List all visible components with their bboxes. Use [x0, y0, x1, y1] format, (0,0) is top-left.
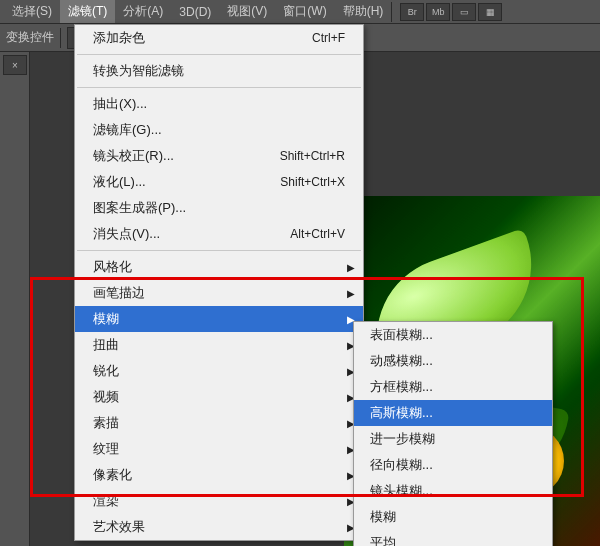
screen-mode-icon[interactable]: ▭	[452, 3, 476, 21]
menu-item[interactable]: 扭曲▶	[75, 332, 363, 358]
menu-item-label: 锐化	[93, 362, 119, 380]
submenu-item[interactable]: 平均	[354, 530, 552, 546]
menu-item-label: 视频	[93, 388, 119, 406]
menu-item-label: 图案生成器(P)...	[93, 199, 186, 217]
menu-item-label: 画笔描边	[93, 284, 145, 302]
submenu-item[interactable]: 方框模糊...	[354, 374, 552, 400]
menu-item-label: 液化(L)...	[93, 173, 146, 191]
side-panel: ×	[0, 52, 30, 546]
menu-item[interactable]: 风格化▶	[75, 254, 363, 280]
submenu-item[interactable]: 表面模糊...	[354, 322, 552, 348]
submenu-item-label: 镜头模糊...	[370, 482, 433, 500]
menu-3d[interactable]: 3D(D)	[171, 2, 219, 22]
menu-item[interactable]: 转换为智能滤镜	[75, 58, 363, 84]
submenu-item-label: 表面模糊...	[370, 326, 433, 344]
submenu-item[interactable]: 镜头模糊...	[354, 478, 552, 504]
bridge-icon[interactable]: Br	[400, 3, 424, 21]
menu-item-label: 抽出(X)...	[93, 95, 147, 113]
menu-item[interactable]: 滤镜库(G)...	[75, 117, 363, 143]
menu-help[interactable]: 帮助(H)	[335, 0, 392, 23]
menu-analysis[interactable]: 分析(A)	[115, 0, 171, 23]
menu-item[interactable]: 锐化▶	[75, 358, 363, 384]
menu-item[interactable]: 添加杂色Ctrl+F	[75, 25, 363, 51]
menubar-icon-group: Br Mb ▭ ▦	[400, 3, 502, 21]
menu-item[interactable]: 图案生成器(P)...	[75, 195, 363, 221]
submenu-item-label: 径向模糊...	[370, 456, 433, 474]
menu-item-label: 滤镜库(G)...	[93, 121, 162, 139]
submenu-item-label: 动感模糊...	[370, 352, 433, 370]
menu-item-label: 像素化	[93, 466, 132, 484]
menu-item[interactable]: 素描▶	[75, 410, 363, 436]
menu-item-label: 消失点(V)...	[93, 225, 160, 243]
submenu-arrow-icon: ▶	[347, 288, 355, 299]
filter-menu-dropdown: 添加杂色Ctrl+F转换为智能滤镜抽出(X)...滤镜库(G)...镜头校正(R…	[74, 24, 364, 541]
menu-item[interactable]: 艺术效果▶	[75, 514, 363, 540]
menu-filter[interactable]: 滤镜(T)	[60, 0, 115, 23]
menu-separator	[77, 250, 361, 251]
submenu-item[interactable]: 进一步模糊	[354, 426, 552, 452]
separator	[391, 2, 392, 22]
menu-view[interactable]: 视图(V)	[219, 0, 275, 23]
menu-window[interactable]: 窗口(W)	[275, 0, 334, 23]
submenu-item-label: 方框模糊...	[370, 378, 433, 396]
menu-separator	[77, 54, 361, 55]
menu-item[interactable]: 渲染▶	[75, 488, 363, 514]
menu-shortcut: Shift+Ctrl+X	[280, 175, 345, 189]
minibridge-icon[interactable]: Mb	[426, 3, 450, 21]
menu-item-label: 纹理	[93, 440, 119, 458]
menu-separator	[77, 87, 361, 88]
menu-item-label: 模糊	[93, 310, 119, 328]
submenu-item[interactable]: 高斯模糊...	[354, 400, 552, 426]
menu-shortcut: Ctrl+F	[312, 31, 345, 45]
menu-item[interactable]: 消失点(V)...Alt+Ctrl+V	[75, 221, 363, 247]
submenu-item[interactable]: 径向模糊...	[354, 452, 552, 478]
menu-item[interactable]: 纹理▶	[75, 436, 363, 462]
submenu-item-label: 高斯模糊...	[370, 404, 433, 422]
transform-label: 变换控件	[6, 29, 54, 46]
menubar: 选择(S) 滤镜(T) 分析(A) 3D(D) 视图(V) 窗口(W) 帮助(H…	[0, 0, 600, 24]
submenu-item[interactable]: 模糊	[354, 504, 552, 530]
submenu-arrow-icon: ▶	[347, 262, 355, 273]
menu-item-label: 风格化	[93, 258, 132, 276]
menu-shortcut: Alt+Ctrl+V	[290, 227, 345, 241]
menu-item-label: 渲染	[93, 492, 119, 510]
menu-item-label: 转换为智能滤镜	[93, 62, 184, 80]
menu-item-label: 艺术效果	[93, 518, 145, 536]
separator	[60, 28, 61, 48]
menu-item[interactable]: 画笔描边▶	[75, 280, 363, 306]
submenu-item-label: 模糊	[370, 508, 396, 526]
menu-item[interactable]: 像素化▶	[75, 462, 363, 488]
menu-item[interactable]: 视频▶	[75, 384, 363, 410]
menu-item[interactable]: 镜头校正(R)...Shift+Ctrl+R	[75, 143, 363, 169]
menu-item[interactable]: 液化(L)...Shift+Ctrl+X	[75, 169, 363, 195]
menu-item[interactable]: 模糊▶	[75, 306, 363, 332]
menu-item-label: 素描	[93, 414, 119, 432]
menu-shortcut: Shift+Ctrl+R	[280, 149, 345, 163]
menu-select[interactable]: 选择(S)	[4, 0, 60, 23]
menu-item-label: 扭曲	[93, 336, 119, 354]
arrange-icon[interactable]: ▦	[478, 3, 502, 21]
menu-item-label: 镜头校正(R)...	[93, 147, 174, 165]
submenu-item[interactable]: 动感模糊...	[354, 348, 552, 374]
menu-item[interactable]: 抽出(X)...	[75, 91, 363, 117]
submenu-item-label: 进一步模糊	[370, 430, 435, 448]
submenu-item-label: 平均	[370, 534, 396, 546]
panel-close-button[interactable]: ×	[3, 55, 27, 75]
menu-item-label: 添加杂色	[93, 29, 145, 47]
blur-submenu: 表面模糊...动感模糊...方框模糊...高斯模糊...进一步模糊径向模糊...…	[353, 321, 553, 546]
